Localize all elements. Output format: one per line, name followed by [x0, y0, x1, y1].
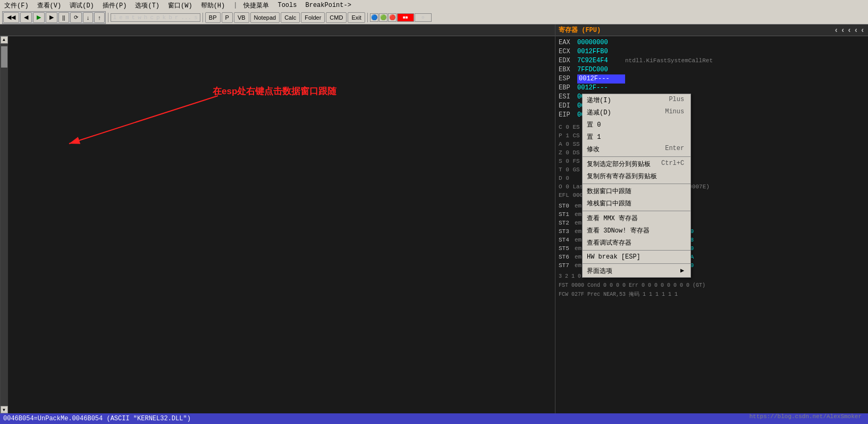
- ctx-follow-stack[interactable]: 堆栈窗口中跟随: [583, 197, 690, 210]
- toolbar-r[interactable]: r: [174, 14, 180, 21]
- scrollbar-down-arrow[interactable]: ▼: [1, 406, 8, 413]
- menu-tools[interactable]: Tools: [275, 2, 299, 9]
- menu-view[interactable]: 查看(V): [35, 1, 64, 10]
- menu-debug[interactable]: 调试(D): [68, 1, 96, 10]
- main-layout: 0046B0FF 60 pushad 0046B100 68 54B04600 …: [0, 24, 868, 413]
- ctx-sep-3: [583, 211, 690, 211]
- reg-row-eax[interactable]: EAX 00000000: [559, 38, 865, 47]
- ctx-hw-break[interactable]: HW break [ESP]: [583, 252, 690, 262]
- fst-row: FST 0000 Cond 0 0 0 0 Err 0 0 0 0 0 0 0 …: [559, 281, 865, 290]
- status-text: 0046B054=UnPackMe.0046B054 (ASCII "KERNE…: [3, 415, 191, 422]
- toolbar-sep-3: [367, 13, 368, 22]
- toolbar-s[interactable]: s: [193, 14, 199, 21]
- btn-cmd[interactable]: CMD: [326, 12, 347, 23]
- menu-plugin[interactable]: 插件(P): [100, 1, 129, 10]
- context-menu: 递增(I) Plus 递减(D) Minus 置 0 置 1 修改 Enter …: [582, 94, 691, 278]
- ctx-ui-options[interactable]: 界面选项 ▶: [583, 265, 690, 277]
- ctx-mmx[interactable]: 查看 MMX 寄存器: [583, 212, 690, 225]
- btn-back[interactable]: ◀: [20, 12, 32, 23]
- status-bar: 0046B054=UnPackMe.0046B054 (ASCII "KERNE…: [0, 413, 868, 424]
- toolbar-p[interactable]: p: [155, 14, 161, 21]
- ctx-copy-all[interactable]: 复制所有寄存器到剪贴板: [583, 170, 690, 182]
- toolbar-k[interactable]: k: [162, 14, 167, 21]
- ctx-set-one[interactable]: 置 1: [583, 131, 690, 143]
- disasm-scrollbar[interactable]: ▲ ▼: [0, 36, 7, 414]
- ctx-increment[interactable]: 递增(I) Plus: [583, 94, 690, 106]
- toolbar-w[interactable]: w: [137, 14, 142, 21]
- ctx-sep-4: [583, 250, 690, 251]
- reg-row-ebx[interactable]: EBX 7FFDC000: [559, 65, 865, 74]
- menu-option[interactable]: 选项(T): [133, 1, 162, 10]
- btn-exit[interactable]: Exit: [348, 12, 365, 23]
- reg-row-edx[interactable]: EDX 7C92E4F4 ntdll.KiFastSystemCallRet: [559, 56, 865, 65]
- scrollbar-thumb[interactable]: [1, 46, 7, 68]
- ctx-decrement[interactable]: 递减(D) Minus: [583, 106, 690, 119]
- toolbar-sep-2: [203, 13, 203, 22]
- ctx-debug-regs[interactable]: 查看调试寄存器: [583, 237, 690, 249]
- scrollbar-up-arrow[interactable]: ▲: [1, 36, 8, 44]
- reg-row-ecx[interactable]: ECX 0012FFB0: [559, 47, 865, 56]
- toolbar-sep-1: [108, 13, 108, 22]
- toolbar-c[interactable]: c: [149, 14, 155, 21]
- btn-folder[interactable]: Folder: [301, 12, 325, 23]
- reg-nav-4[interactable]: ‹: [854, 26, 858, 35]
- btn-p[interactable]: P: [222, 12, 233, 23]
- toolbar-l[interactable]: l: [112, 14, 118, 21]
- toolbar-icon-2[interactable]: 🟢: [379, 13, 387, 22]
- reg-title: 寄存器 (FPU): [559, 26, 601, 35]
- ctx-sep-5: [583, 263, 690, 264]
- btn-pause[interactable]: ||: [58, 12, 69, 23]
- scrollbar-track[interactable]: [1, 44, 8, 406]
- btn-forward[interactable]: ▶: [46, 12, 57, 23]
- ctx-sep-2: [583, 184, 690, 184]
- ctx-sep-1: [583, 156, 690, 157]
- menu-breakpoint[interactable]: BreakPoint->: [303, 2, 353, 9]
- toolbar-dots[interactable]: ...: [180, 14, 192, 21]
- menu-help[interactable]: 帮助(H): [199, 1, 227, 10]
- btn-back-back[interactable]: ◀◀: [3, 12, 19, 23]
- toolbar-icon-5[interactable]: ⚙: [415, 13, 432, 22]
- btn-bp[interactable]: BP: [205, 12, 221, 23]
- btn-calc[interactable]: Calc: [281, 12, 300, 23]
- reg-nav-5[interactable]: ‹: [861, 26, 865, 35]
- menu-file[interactable]: 文件(F): [2, 1, 31, 10]
- toolbar-t[interactable]: t: [131, 14, 137, 21]
- toolbar-e[interactable]: e: [118, 14, 124, 21]
- menu-window[interactable]: 窗口(W): [166, 1, 195, 10]
- reg-nav-3[interactable]: ‹: [847, 26, 852, 35]
- reg-header-arrows: ‹ ‹ ‹ ‹ ‹: [834, 26, 865, 35]
- bottom-link: https://blog.csdn.net/AlexSmoker: [749, 413, 862, 420]
- disasm-panel: 0046B0FF 60 pushad 0046B100 68 54B04600 …: [0, 24, 555, 413]
- btn-vb[interactable]: VB: [234, 12, 249, 23]
- btn-stepout[interactable]: ↑: [94, 12, 105, 23]
- fcw-row: FCW 027F Prec NEAR,53 掩码 1 1 1 1 1 1: [559, 290, 865, 299]
- ctx-copy-selection[interactable]: 复制选定部分到剪贴板 Ctrl+C: [583, 158, 690, 170]
- toolbar-h[interactable]: h: [143, 14, 149, 21]
- toolbar: ◀◀ ◀ ▶ ▶ || ⟳ ↓ ↑ l e m t w h c p k b r …: [0, 11, 868, 24]
- reg-header: 寄存器 (FPU) ‹ ‹ ‹ ‹ ‹: [555, 24, 868, 36]
- reg-nav-2[interactable]: ‹: [840, 26, 845, 35]
- ctx-3dnow[interactable]: 查看 3DNow! 寄存器: [583, 225, 690, 237]
- ctx-set-zero[interactable]: 置 0: [583, 119, 690, 131]
- toolbar-b[interactable]: b: [167, 14, 173, 21]
- btn-step[interactable]: ⟳: [70, 12, 82, 23]
- btn-notepad[interactable]: Notepad: [250, 12, 280, 23]
- ctx-modify[interactable]: 修改 Enter: [583, 143, 690, 155]
- disasm-header: [0, 24, 555, 36]
- reg-row-ebp[interactable]: EBP 0012F---: [559, 84, 865, 93]
- reg-row-esp[interactable]: ESP 0012F---: [559, 74, 865, 84]
- toolbar-icon-3[interactable]: 🔴: [388, 13, 397, 22]
- reg-nav-1[interactable]: ‹: [834, 26, 838, 35]
- ctx-follow-data[interactable]: 数据窗口中跟随: [583, 185, 690, 197]
- toolbar-icon-4[interactable]: ■■: [397, 13, 414, 22]
- btn-play[interactable]: ▶: [33, 12, 45, 23]
- toolbar-m[interactable]: m: [124, 14, 130, 21]
- menubar: 文件(F) 查看(V) 调试(D) 插件(P) 选项(T) 窗口(W) 帮助(H…: [0, 0, 868, 11]
- menu-shortcut[interactable]: 快捷菜单: [241, 1, 271, 10]
- btn-stepin[interactable]: ↓: [83, 12, 94, 23]
- toolbar-icon-1[interactable]: 🔵: [370, 13, 378, 22]
- reg-panel: 寄存器 (FPU) ‹ ‹ ‹ ‹ ‹ EAX 00000000 ECX 001…: [555, 24, 868, 413]
